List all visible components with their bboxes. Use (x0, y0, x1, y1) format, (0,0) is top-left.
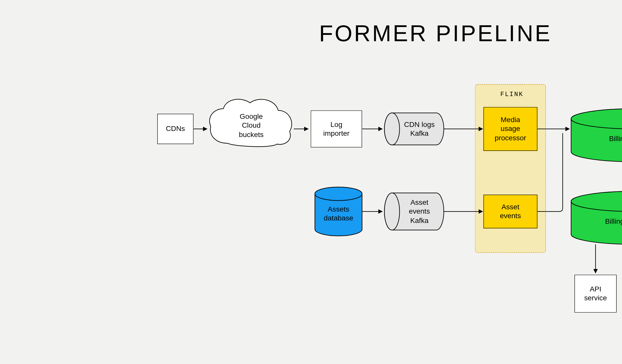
cylinder-cdn-logs-kafka (384, 113, 444, 145)
node-label: CDNs (166, 124, 185, 133)
cylinder-assets-database (315, 187, 362, 236)
svg-point-0 (384, 113, 399, 145)
diagram-canvas: FORMER PIPELINE FLINK (124, 0, 622, 364)
node-media-usage-processor: Media usage processor (483, 107, 537, 151)
cloud-google-cloud-buckets (210, 99, 292, 147)
cylinder-billing-read-replica (571, 191, 622, 244)
svg-point-1 (384, 193, 399, 230)
cylinder-asset-events-kafka (384, 193, 444, 230)
node-label: Media usage processor (495, 116, 526, 142)
node-api-service: API service (574, 275, 617, 313)
node-label: Log importer (323, 120, 349, 138)
node-label: Asset events (500, 202, 521, 220)
node-log-importer: Log importer (311, 110, 362, 148)
diagram-svg (124, 0, 622, 364)
node-label: API service (584, 285, 607, 303)
cylinder-billing-database (571, 109, 622, 162)
node-cdns: CDNs (157, 114, 193, 144)
svg-point-2 (315, 187, 362, 200)
node-asset-events: Asset events (483, 195, 537, 228)
